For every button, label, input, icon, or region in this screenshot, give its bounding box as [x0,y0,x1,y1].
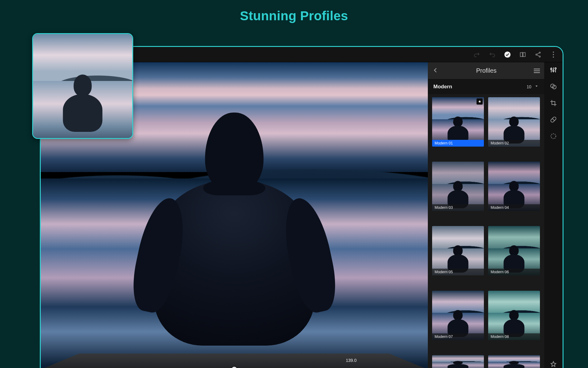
svg-line-8 [537,55,539,56]
profile-label: Modern 05 [432,269,484,275]
profile-label: Modern 02 [488,140,540,147]
profile-label: Modern 01 [432,140,484,147]
panel-menu-icon[interactable] [534,69,540,73]
profile-group-selector[interactable]: Modern 10 [428,79,544,94]
svg-point-12 [551,68,552,70]
favorite-star-icon[interactable]: ★ [477,98,483,105]
profile-tile[interactable] [488,355,540,368]
more-icon[interactable] [550,51,557,58]
redo-icon[interactable] [473,51,481,58]
profile-label: Modern 07 [432,333,484,340]
before-preview [32,33,133,139]
svg-point-4 [539,52,540,53]
amount-value: 139.0 [346,358,356,363]
svg-point-14 [555,68,556,69]
tool-strip [544,62,563,368]
promo-headline: Stunning Profiles [0,9,588,23]
svg-rect-1 [520,52,522,56]
profile-tile[interactable]: Modern 05 [432,226,484,275]
profile-tile[interactable]: Modern 03 [432,162,484,211]
profile-tile[interactable]: Modern 06 [488,226,540,275]
masking-icon[interactable] [549,132,558,141]
chevron-down-icon [534,84,539,90]
profile-tile[interactable]: Modern 08 [488,291,540,340]
svg-rect-2 [523,52,525,56]
crop-icon[interactable] [549,98,558,108]
healing-icon[interactable] [549,115,558,124]
undo-icon[interactable] [488,51,496,58]
profile-label: Modern 03 [432,204,484,211]
profile-tile[interactable]: ★Modern 01 [432,97,484,147]
accept-icon[interactable] [504,51,511,58]
profile-tile[interactable] [432,355,484,368]
svg-point-13 [553,70,554,72]
profile-tile[interactable]: Modern 04 [488,162,540,211]
profile-label: Modern 04 [488,204,540,211]
rate-star-icon[interactable] [549,360,558,368]
back-icon[interactable] [432,67,439,75]
profile-tile[interactable]: Modern 07 [432,291,484,340]
profile-label: Modern 08 [488,333,540,340]
profiles-panel: Profiles Modern 10 ★Modern 01Modern 02Mo… [428,62,544,368]
amount-slider[interactable]: 139.0 [118,366,350,368]
profile-group-label: Modern [433,84,452,90]
svg-line-7 [537,53,539,54]
before-after-icon[interactable] [519,51,526,58]
svg-point-19 [551,134,556,139]
profiles-grid: ★Modern 01Modern 02Modern 03Modern 04Mod… [428,94,544,368]
svg-line-18 [552,119,554,121]
svg-point-5 [536,54,537,55]
svg-point-6 [539,56,540,57]
profile-tile[interactable]: Modern 02 [488,97,540,147]
profile-group-count: 10 [526,84,531,89]
presets-icon[interactable] [549,82,558,91]
panel-title: Profiles [443,67,530,74]
share-icon[interactable] [534,51,542,58]
profile-label: Modern 06 [488,269,540,275]
adjust-icon[interactable] [549,65,558,75]
